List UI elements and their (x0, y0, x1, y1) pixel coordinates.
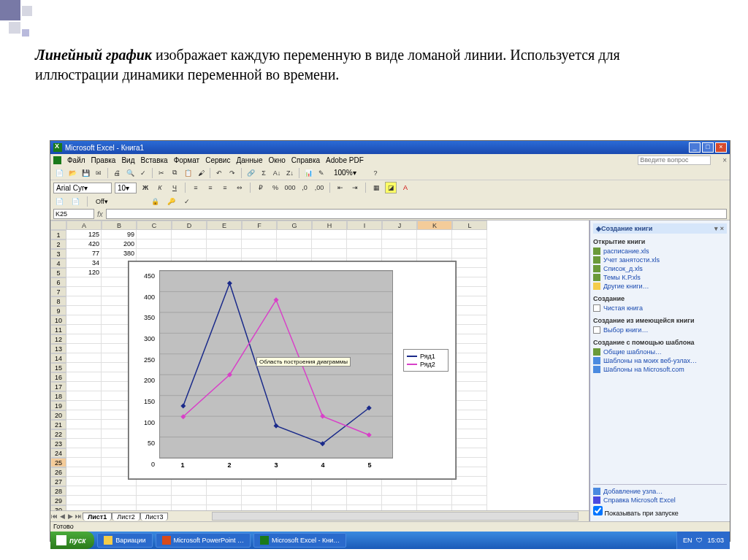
row-header-1[interactable]: 1 (50, 230, 66, 239)
cell-C2[interactable] (137, 239, 172, 249)
tab-nav-last[interactable]: ⏭ (75, 513, 83, 520)
cell-G3[interactable] (277, 249, 312, 258)
cell-F29[interactable] (242, 496, 277, 505)
cell-A26[interactable] (66, 467, 102, 477)
cell-I1[interactable] (347, 230, 382, 239)
row-header-15[interactable]: 15 (50, 363, 66, 372)
recent-file-4[interactable]: Темы К.Р.xls (593, 273, 727, 282)
cell-H2[interactable] (312, 239, 347, 249)
close-button[interactable]: × (715, 142, 727, 153)
percent-icon[interactable]: % (270, 182, 281, 193)
cell-B2[interactable]: 200 (102, 239, 137, 249)
cell-A23[interactable] (66, 439, 102, 448)
row-header-20[interactable]: 20 (50, 410, 66, 420)
h-scrollbar[interactable] (212, 512, 579, 521)
preview-icon[interactable]: 🔍 (124, 167, 136, 179)
clock[interactable]: 15:03 (707, 537, 724, 544)
pdf-icon-2[interactable]: 📄 (69, 196, 81, 207)
row-header-22[interactable]: 22 (50, 429, 66, 439)
cell-A22[interactable] (66, 429, 102, 439)
cell-C1[interactable] (137, 230, 172, 239)
cell-L12[interactable] (452, 334, 487, 344)
cell-L23[interactable] (452, 439, 487, 448)
cell-A14[interactable] (66, 353, 102, 363)
row-header-25[interactable]: 25 (50, 458, 66, 467)
template-websites[interactable]: Шаблоны на моих веб-узлах… (593, 356, 727, 365)
taskbar-item-2[interactable]: Microsoft PowerPoint … (156, 533, 251, 548)
format-painter-icon[interactable]: 🖌 (195, 167, 207, 179)
cell-H29[interactable] (312, 496, 347, 505)
cell-L22[interactable] (452, 429, 487, 439)
cell-A19[interactable] (66, 401, 102, 410)
security-combo[interactable]: Off ▾ (94, 198, 145, 205)
cell-L3[interactable] (452, 249, 487, 258)
cell-L15[interactable] (452, 363, 487, 372)
add-network-place[interactable]: Добавление узла… (593, 487, 727, 496)
cell-L4[interactable] (452, 258, 487, 268)
cell-H28[interactable] (312, 486, 347, 496)
embedded-chart[interactable]: 050100150200250300350400450 Область пост… (128, 261, 457, 480)
save-icon[interactable]: 💾 (80, 167, 91, 179)
indent-dec-icon[interactable]: ⇤ (335, 182, 346, 193)
col-header-K[interactable]: K (417, 220, 452, 230)
row-header-21[interactable]: 21 (50, 420, 66, 429)
borders-icon[interactable]: ▦ (370, 182, 382, 193)
menu-insert[interactable]: Вставка (140, 156, 167, 164)
cell-L28[interactable] (452, 486, 487, 496)
row-header-2[interactable]: 2 (50, 239, 66, 249)
row-header-3[interactable]: 3 (50, 249, 66, 258)
col-header-B[interactable]: B (102, 220, 137, 230)
cell-A20[interactable] (66, 410, 102, 420)
cell-L24[interactable] (452, 448, 487, 458)
cell-A17[interactable] (66, 382, 102, 391)
menu-file[interactable]: Файл (67, 156, 85, 164)
cell-H3[interactable] (312, 249, 347, 258)
cell-B29[interactable] (102, 496, 137, 505)
taskbar-item-1[interactable]: Вариации (97, 533, 152, 548)
indent-inc-icon[interactable]: ⇥ (349, 182, 361, 193)
cell-L7[interactable] (452, 287, 487, 296)
cell-A1[interactable]: 125 (66, 230, 102, 239)
row-header-27[interactable]: 27 (50, 477, 66, 486)
inc-decimal-icon[interactable]: ,0 (299, 182, 310, 193)
row-header-17[interactable]: 17 (50, 382, 66, 391)
dec-decimal-icon[interactable]: ,00 (313, 182, 325, 193)
cell-B28[interactable] (102, 486, 137, 496)
row-header-24[interactable]: 24 (50, 448, 66, 458)
col-header-C[interactable]: C (137, 220, 172, 230)
cell-F2[interactable] (242, 239, 277, 249)
recent-file-3[interactable]: Список_д.xls (593, 264, 727, 273)
font-color-icon[interactable]: A (400, 182, 411, 193)
fill-color-icon[interactable]: ◪ (385, 182, 397, 193)
cell-L13[interactable] (452, 344, 487, 353)
maximize-button[interactable]: □ (702, 142, 714, 153)
tab-nav-first[interactable]: ⏮ (50, 513, 58, 520)
doc-close-button[interactable]: × (722, 156, 727, 164)
cell-L9[interactable] (452, 306, 487, 315)
cell-A13[interactable] (66, 344, 102, 353)
merge-icon[interactable]: ⇔ (234, 182, 245, 193)
menu-help[interactable]: Справка (291, 156, 320, 164)
cell-A27[interactable] (66, 477, 102, 486)
row-header-11[interactable]: 11 (50, 325, 66, 334)
row-header-4[interactable]: 4 (50, 258, 66, 268)
cell-L26[interactable] (452, 467, 487, 477)
italic-button[interactable]: К (154, 182, 166, 193)
align-right-icon[interactable]: ≡ (219, 182, 231, 193)
menu-adobe[interactable]: Adobe PDF (326, 156, 364, 164)
align-center-icon[interactable]: ≡ (205, 182, 216, 193)
cell-I28[interactable] (347, 486, 382, 496)
tab-nav-next[interactable]: ▶ (66, 513, 75, 520)
show-at-startup[interactable]: Показывать при запуске (593, 505, 727, 518)
col-header-D[interactable]: D (172, 220, 207, 230)
zoom-combo[interactable]: 100% ▾ (332, 169, 368, 177)
cell-A10[interactable] (66, 315, 102, 325)
cell-L16[interactable] (452, 372, 487, 382)
cell-J1[interactable] (382, 230, 417, 239)
taskpane-title[interactable]: ◆ Создание книги▾ × (593, 223, 727, 234)
mail-icon[interactable]: ✉ (93, 167, 104, 179)
cell-I29[interactable] (347, 496, 382, 505)
cell-J3[interactable] (382, 249, 417, 258)
menu-view[interactable]: Вид (121, 156, 134, 164)
cell-J28[interactable] (382, 486, 417, 496)
